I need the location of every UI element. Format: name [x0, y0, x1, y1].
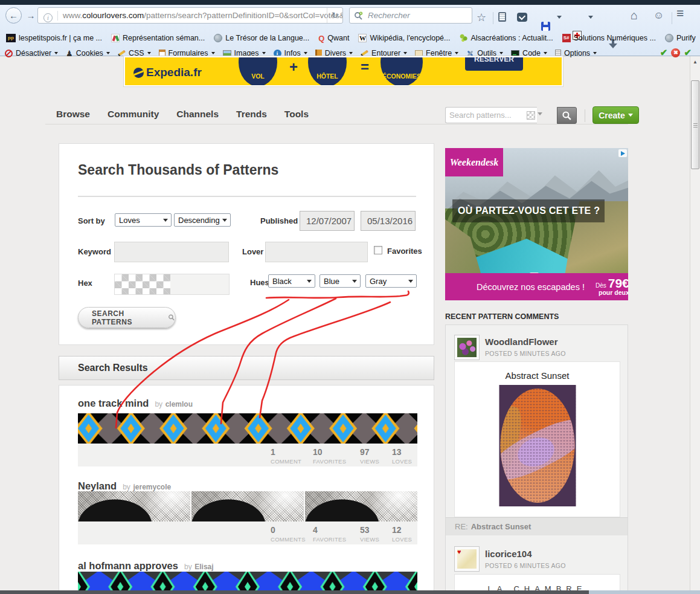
result-author[interactable]: Elisaj — [194, 563, 213, 571]
avatar[interactable] — [454, 335, 480, 360]
sort-select[interactable]: Loves — [115, 213, 172, 227]
create-button[interactable]: Create — [592, 106, 639, 124]
caret-down-icon — [593, 52, 597, 56]
plus-sign: + — [289, 59, 298, 76]
ad-cta-band[interactable]: Découvrez nos escapades ! Dès79€ pour de… — [445, 273, 628, 300]
comment-reference[interactable]: RE:Abstract Sunset — [446, 517, 628, 535]
caret-down-icon — [106, 52, 110, 56]
hex-transparency-swatch[interactable] — [114, 274, 170, 295]
keyword-label: Keyword — [78, 247, 111, 256]
taskbar-edge-right — [589, 590, 700, 594]
caret-down-icon — [352, 280, 357, 285]
nav-community[interactable]: Community — [108, 109, 159, 120]
devbar-cookies-menu[interactable]: ♟Cookies — [66, 49, 110, 57]
check-icon[interactable]: ✔ — [660, 47, 668, 58]
date-from-field[interactable]: 12/07/2007 — [300, 211, 355, 231]
forward-button[interactable]: → — [24, 9, 37, 22]
order-select[interactable]: Descending — [174, 213, 231, 227]
error-icon[interactable]: ✖ — [671, 48, 680, 57]
comment-username[interactable]: licorice104 — [485, 549, 532, 559]
bookmark-item[interactable]: Représentation séman... — [111, 34, 205, 42]
weekendesk-ad[interactable]: OÙ PARTEZ-VOUS CET ETE ? Weekendesk Déco… — [445, 148, 628, 300]
pattern-type-dropdown[interactable] — [527, 109, 550, 121]
hues-label: Hues — [250, 278, 269, 287]
clipper-dropdown-caret-icon[interactable] — [588, 16, 593, 21]
scrollbar-thumb[interactable] — [691, 80, 699, 169]
stat-loves: 12LOVES — [392, 525, 435, 543]
bookmark-item[interactable]: Le Trésor de la Langue... — [214, 34, 309, 42]
site-info-icon[interactable]: i — [43, 13, 53, 22]
menu-hamburger-icon[interactable]: ≡ — [676, 6, 684, 21]
lover-input[interactable] — [265, 242, 368, 262]
reload-icon[interactable]: ↻ — [327, 8, 342, 23]
browser-search-box[interactable]: Rechercher — [349, 7, 472, 24]
wikipedia-favicon: W — [358, 34, 367, 42]
bookmark-star-icon[interactable]: ☆ — [477, 11, 486, 24]
adchoices-icon[interactable] — [618, 149, 627, 157]
nav-browse[interactable]: Browse — [56, 109, 90, 120]
url-path: /patterns/search?patternDefinitionID=0&s… — [144, 11, 343, 20]
scrollbar-up-arrow[interactable]: ▲ — [690, 57, 700, 66]
home-icon[interactable]: ⌂ — [631, 8, 638, 22]
save-dropdown-caret-icon[interactable] — [557, 16, 562, 21]
bookmark-item[interactable]: Purify — [665, 34, 696, 42]
hex-input[interactable] — [170, 274, 230, 295]
results-header: Search Results — [59, 356, 434, 380]
feedback-smiley-icon[interactable]: ☺ — [653, 10, 664, 22]
result-stats: 0COMMENTS 4FAVORITES 53VIEWS 12LOVES — [78, 521, 417, 544]
avatar[interactable]: ♥ — [454, 546, 480, 572]
equals-sign: = — [361, 59, 369, 76]
result-title[interactable]: al hofmann approvesby Elisaj — [78, 560, 214, 572]
pocket-icon[interactable] — [517, 13, 527, 22]
bookmark-item[interactable]: S#Solutions Numériques ... — [562, 34, 656, 42]
nav-trends[interactable]: Trends — [236, 109, 267, 120]
pattern-image[interactable] — [78, 413, 417, 444]
globe-favicon — [214, 34, 222, 42]
pattern-image[interactable] — [78, 491, 417, 521]
bookmark-item[interactable]: QQwant — [318, 34, 349, 43]
caret-down-icon — [304, 52, 307, 56]
expedia-banner-ad[interactable]: Expedia.fr 7VOL + HÔTEL = ÉCONOMIES RÉSE… — [124, 56, 563, 86]
caret-down-icon — [211, 52, 215, 56]
nav-tools[interactable]: Tools — [284, 109, 309, 120]
stat-comments: 1COMMENT — [271, 447, 314, 465]
comment-timestamp: POSTED 6 MINUTES AGO — [485, 562, 566, 569]
nav-divider — [45, 124, 628, 124]
reader-list-icon[interactable] — [498, 12, 506, 22]
forward-arrow-icon: → — [27, 10, 36, 21]
back-button[interactable]: ← — [5, 7, 22, 24]
result-title[interactable]: Neylandby jeremycole — [78, 480, 171, 492]
comment-username[interactable]: WoodlandFlower — [485, 337, 558, 347]
globe-favicon — [665, 34, 673, 42]
pattern-title[interactable]: Abstract Sunset — [455, 370, 620, 381]
url-prefix: www. — [63, 11, 82, 20]
scrollbar[interactable]: ▲ — [690, 56, 700, 594]
result-stats: 1COMMENT 10FAVORITES 97VIEWS 13LOVES — [78, 444, 417, 466]
heart-icon: ♥ — [457, 548, 461, 555]
bookmark-item[interactable]: Alsacréations : Actualit... — [460, 34, 553, 42]
bookmark-item[interactable]: pplespetitspois.fr | ça me ... — [6, 34, 102, 42]
result-title[interactable]: one track mindby clemlou — [78, 398, 193, 409]
pattern-search-button[interactable] — [557, 107, 577, 124]
hue1-select[interactable]: Black — [268, 274, 315, 288]
date-to-field[interactable]: 05/13/2016 — [361, 211, 416, 231]
licorice104-avatar-image: ♥ — [457, 549, 477, 569]
bookmark-item[interactable]: WWikipédia, l'encyclopé... — [358, 34, 450, 42]
keyword-input[interactable] — [114, 242, 229, 262]
result-author[interactable]: jeremycole — [133, 483, 171, 491]
save-icon[interactable] — [541, 22, 550, 31]
devbar-disable-menu[interactable]: Désactiver — [5, 49, 58, 57]
result-author[interactable]: clemlou — [165, 400, 193, 408]
reserver-button[interactable]: RÉSERVER — [465, 56, 523, 71]
search-patterns-button[interactable]: SEARCH PATTERNS — [78, 307, 176, 328]
pattern-search-input[interactable] — [445, 107, 537, 123]
expedia-logo: Expedia.fr — [133, 66, 202, 79]
qwant-favicon: Q — [318, 34, 324, 43]
url-bar[interactable]: iwww.colourlovers.com/patterns/search?pa… — [37, 7, 343, 24]
hue3-select[interactable]: Gray — [365, 274, 417, 288]
abstract-sunset-pattern-image[interactable] — [499, 385, 576, 506]
nav-channels[interactable]: Channels — [176, 109, 219, 120]
caret-down-icon — [499, 52, 503, 56]
hue2-select[interactable]: Blue — [319, 274, 361, 288]
favorites-checkbox[interactable] — [374, 246, 382, 254]
